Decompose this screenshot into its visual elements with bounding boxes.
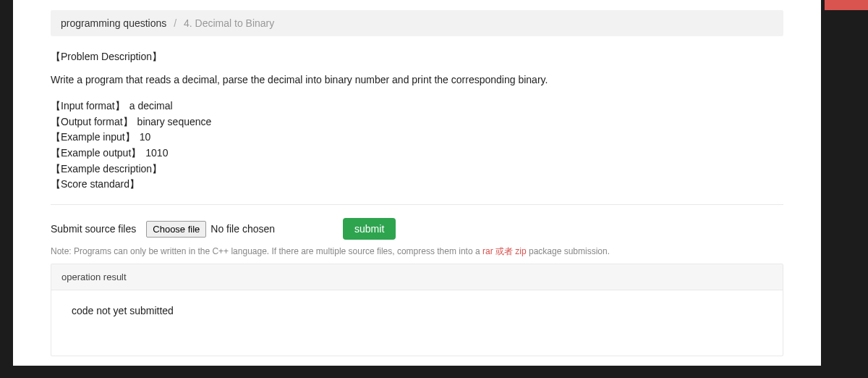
output-format-value: binary sequence xyxy=(137,114,212,130)
operation-result-header: operation result xyxy=(51,264,783,290)
submit-source-label: Submit source files xyxy=(51,223,136,235)
input-format-label: 【Input format】 xyxy=(51,98,125,114)
example-input-value: 10 xyxy=(140,130,151,146)
problem-description-label: 【Problem Description】 xyxy=(51,51,783,64)
example-output-value: 1010 xyxy=(145,146,168,161)
breadcrumb-root[interactable]: programming questions xyxy=(61,17,166,29)
divider xyxy=(51,204,783,205)
note-rar: rar xyxy=(482,246,493,256)
score-standard-label: 【Score standard】 xyxy=(51,177,140,193)
file-chooser: Choose file No file chosen xyxy=(146,221,275,238)
note-zip: zip xyxy=(515,246,526,256)
submit-button[interactable]: submit xyxy=(343,218,396,240)
breadcrumb: programming questions / 4. Decimal to Bi… xyxy=(51,10,783,36)
operation-result-body: code not yet submitted xyxy=(51,290,783,356)
choose-file-button[interactable]: Choose file xyxy=(146,221,206,238)
output-format-label: 【Output format】 xyxy=(51,114,133,130)
breadcrumb-current: 4. Decimal to Binary xyxy=(184,17,274,29)
problem-description-text: Write a program that reads a decimal, pa… xyxy=(51,74,783,85)
note-suffix: package submission. xyxy=(527,246,610,256)
breadcrumb-separator: / xyxy=(174,17,176,29)
example-input-label: 【Example input】 xyxy=(51,130,135,146)
file-chosen-status: No file chosen xyxy=(210,223,275,235)
note-prefix: Note: Programs can only be written in th… xyxy=(51,246,482,256)
problem-body: 【Problem Description】 Write a program th… xyxy=(51,51,783,193)
submit-note: Note: Programs can only be written in th… xyxy=(51,245,783,258)
main-content-panel: programming questions / 4. Decimal to Bi… xyxy=(13,0,821,366)
operation-result-box: operation result code not yet submitted xyxy=(51,264,783,356)
example-output-label: 【Example output】 xyxy=(51,146,141,161)
submit-row: Submit source files Choose file No file … xyxy=(51,218,783,240)
top-right-accent xyxy=(825,0,868,10)
example-description-label: 【Example description】 xyxy=(51,161,162,177)
note-or: 或者 xyxy=(493,246,516,256)
problem-spec-list: 【Input format】 a decimal 【Output format】… xyxy=(51,98,783,193)
input-format-value: a decimal xyxy=(129,98,173,114)
